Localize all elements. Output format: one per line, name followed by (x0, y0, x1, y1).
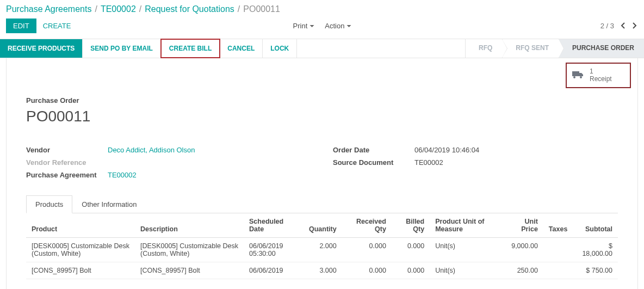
caret-down-icon (309, 25, 314, 27)
chevron-right-icon (633, 22, 637, 29)
tab-other-information[interactable]: Other Information (72, 195, 146, 213)
cell-billed-qty: 0.000 (392, 262, 430, 279)
control-bar: EDIT CREATE Print Action 2 / 3 (0, 15, 644, 39)
next-button[interactable] (631, 21, 638, 32)
cell-description: [CONS_89957] Bolt (135, 262, 244, 279)
vendor-label: Vendor (26, 146, 108, 154)
cell-product: [DESK0005] Customizable Desk (Custom, Wh… (26, 238, 135, 262)
breadcrumb-sep: / (238, 4, 240, 14)
tabs: Products Other Information (26, 195, 618, 213)
col-received-qty[interactable]: Received Qty (342, 213, 392, 238)
cell-unit-price: 250.00 (503, 262, 543, 279)
purchase-agreement-label: Purchase Agreement (26, 171, 108, 179)
breadcrumb-current: PO00011 (243, 4, 280, 14)
create-button[interactable]: CREATE (36, 19, 78, 33)
page-title: PO00011 (26, 108, 618, 125)
table-row[interactable]: [DESK0005] Customizable Desk (Custom, Wh… (26, 238, 618, 262)
truck-icon (572, 71, 584, 79)
cell-uom: Unit(s) (430, 238, 503, 262)
pager-text: 2 / 3 (600, 22, 614, 30)
breadcrumb-link[interactable]: Purchase Agreements (6, 4, 91, 14)
order-lines-table: Product Description Scheduled Date Quant… (26, 213, 618, 279)
cell-billed-qty: 0.000 (392, 238, 430, 262)
cell-description: [DESK0005] Customizable Desk (Custom, Wh… (135, 238, 244, 262)
edit-button[interactable]: EDIT (6, 19, 36, 33)
prev-button[interactable] (620, 21, 626, 32)
receive-products-button[interactable]: RECEIVE PRODUCTS (0, 39, 83, 58)
cell-unit-price: 9,000.00 (503, 238, 543, 262)
vendor-ref-label: Vendor Reference (26, 158, 108, 167)
action-label: Action (325, 22, 344, 30)
cell-scheduled-date: 06/06/2019 (244, 262, 304, 279)
send-po-button[interactable]: SEND PO BY EMAIL (83, 39, 160, 58)
table-row[interactable]: [CONS_89957] Bolt[CONS_89957] Bolt06/06/… (26, 262, 618, 279)
col-taxes[interactable]: Taxes (543, 213, 573, 238)
col-description[interactable]: Description (135, 213, 244, 238)
cell-quantity: 2.000 (304, 238, 342, 262)
print-label: Print (293, 22, 308, 30)
col-uom[interactable]: Product Unit of Measure (430, 213, 503, 238)
create-bill-button[interactable]: CREATE BILL (160, 39, 220, 58)
col-quantity[interactable]: Quantity (304, 213, 342, 238)
lock-button[interactable]: LOCK (263, 39, 297, 58)
cell-scheduled-date: 06/06/2019 05:30:00 (244, 238, 304, 262)
cell-subtotal: $ 18,000.00 (573, 238, 618, 262)
cell-subtotal: $ 750.00 (573, 262, 618, 279)
purchase-agreement-value[interactable]: TE00002 (108, 171, 137, 179)
order-date-label: Order Date (333, 146, 414, 154)
source-doc-value: TE00002 (414, 158, 443, 167)
col-scheduled-date[interactable]: Scheduled Date (244, 213, 304, 238)
cell-received-qty: 0.000 (342, 262, 392, 279)
cell-taxes (543, 262, 573, 279)
receipt-count: 1 (590, 67, 612, 75)
page-title-label: Purchase Order (26, 96, 618, 104)
vendor-value[interactable]: Deco Addict, Addison Olson (108, 146, 195, 154)
print-dropdown[interactable]: Print (289, 19, 319, 33)
receipt-label: Receipt (590, 75, 612, 83)
cell-received-qty: 0.000 (342, 238, 392, 262)
cell-product: [CONS_89957] Bolt (26, 262, 135, 279)
chevron-left-icon (621, 22, 625, 29)
col-subtotal[interactable]: Subtotal (573, 213, 618, 238)
order-date-value: 06/04/2019 10:46:04 (414, 146, 479, 154)
status-step-rfq[interactable]: RFQ (465, 39, 502, 58)
cancel-button[interactable]: CANCEL (220, 39, 263, 58)
cell-uom: Unit(s) (430, 262, 503, 279)
breadcrumb-link[interactable]: TE00002 (101, 4, 136, 14)
breadcrumb: Purchase Agreements / TE00002 / Request … (0, 0, 644, 15)
caret-down-icon (346, 25, 351, 27)
source-doc-label: Source Document (333, 158, 414, 167)
status-step-po[interactable]: PURCHASE ORDER (559, 39, 644, 58)
table-header-row: Product Description Scheduled Date Quant… (26, 213, 618, 238)
action-dropdown[interactable]: Action (320, 19, 355, 33)
receipt-stat-button[interactable]: 1 Receipt (566, 63, 631, 88)
breadcrumb-link[interactable]: Request for Quotations (145, 4, 234, 14)
tab-products[interactable]: Products (26, 195, 72, 213)
form-sheet: 1 Receipt Purchase Order PO00011 Vendor … (6, 58, 638, 289)
cell-quantity: 3.000 (304, 262, 342, 279)
col-billed-qty[interactable]: Billed Qty (392, 213, 430, 238)
col-unit-price[interactable]: Unit Price (503, 213, 543, 238)
cell-taxes (543, 238, 573, 262)
status-bar: RECEIVE PRODUCTS SEND PO BY EMAIL CREATE… (0, 39, 644, 58)
col-product[interactable]: Product (26, 213, 135, 238)
status-step-rfq-sent[interactable]: RFQ SENT (502, 39, 559, 58)
breadcrumb-sep: / (95, 4, 97, 14)
breadcrumb-sep: / (139, 4, 141, 14)
